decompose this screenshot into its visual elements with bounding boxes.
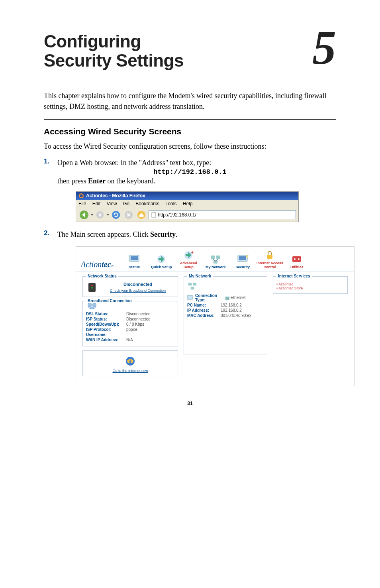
protocol-value: pppoe [126,327,137,332]
check-broadband-link[interactable]: Check your Broadband Connection [110,289,166,293]
panel-my-network-title: My Network [187,274,213,278]
svg-rect-32 [225,297,229,300]
connection-icon [187,295,193,301]
menu-help[interactable]: Help [183,201,193,206]
panel-internet-services: Internet Services • Actiontec • Actionte… [273,276,348,294]
panel-internet-services-title: Internet Services [276,274,312,278]
mac-address-label: MAC Address: [187,313,218,318]
chapter-title: Configuring Security Settings [44,32,184,71]
svg-point-1 [80,194,83,197]
svg-rect-31 [188,295,192,299]
svg-rect-28 [188,283,192,285]
speed-label: Speed(Down/Up): [86,322,124,326]
svg-rect-13 [211,256,215,259]
step-number-1: 1. [44,157,51,165]
back-button[interactable] [78,209,90,220]
svg-point-4 [112,211,120,219]
svg-rect-29 [193,283,196,285]
browser-titlebar: Actiontec - Mozilla Firefox [76,192,298,200]
page-number: 31 [44,401,336,406]
stop-button[interactable] [123,209,134,220]
dropdown-arrow[interactable]: ▾ [91,213,93,216]
mac-address-value: 00:50:fc:4d:90:e2 [221,313,251,318]
svg-point-21 [298,258,300,260]
svg-point-20 [294,258,296,260]
actiontec-logo: Actiontec® [81,260,114,269]
nav-internet-access-control[interactable]: Internet Access Control [256,250,283,269]
svg-text:e: e [129,359,131,364]
dropdown-arrow-2[interactable]: ▾ [107,213,109,216]
nav-status[interactable]: Status [121,254,148,269]
svg-rect-30 [191,287,194,289]
panel-go-internet: e Go to the Internet now [82,350,178,376]
chapter-title-line1: Configuring [44,31,141,51]
pc-name-label: PC Name: [187,303,218,307]
dsl-status-value: Disconnected [126,312,151,316]
menu-view[interactable]: View [107,201,117,206]
nav-my-network[interactable]: My Network [202,254,229,269]
section-divider [44,119,336,120]
router-ui-figure: Actiontec® Status Quick Setup + Advanced… [76,246,355,386]
modem-icon [86,281,98,293]
menu-file[interactable]: File [78,201,86,206]
intro-paragraph: This chapter explains how to configure t… [44,90,336,112]
menu-tools[interactable]: Tools [165,201,176,206]
pc-name-value: 192.168.0.2 [221,303,242,307]
step-1-continuation: then press Enter on the keyboard. [57,176,336,187]
svg-rect-14 [216,256,220,259]
username-label: Username: [86,332,124,337]
forward-button[interactable] [94,209,106,220]
page-icon [151,212,156,218]
firefox-icon [78,193,84,199]
ethernet-icon [225,297,229,300]
ip-address-value: 192.168.0.2 [221,308,242,313]
panel-my-network: My Network Connection Type: Ethernet [184,276,267,354]
router-top-nav: Actiontec® Status Quick Setup + Advanced… [76,247,354,272]
wan-ip-label: WAN IP Address: [86,338,124,342]
chapter-number: 5 [312,29,336,67]
reload-button[interactable] [110,209,121,220]
svg-rect-9 [131,256,138,260]
nav-utilities[interactable]: Utilities [283,254,310,269]
browser-title-text: Actiontec - Mozilla Firefox [86,193,145,199]
conn-type-value: Ethernet [225,295,246,300]
home-button[interactable] [136,209,147,220]
chapter-title-line2: Security Settings [44,51,184,70]
svg-text:+: + [191,250,194,255]
service-link-actiontec-store[interactable]: Actiontec Store [278,286,303,290]
speed-value: 0 / 0 Kbps [126,322,144,326]
svg-point-24 [91,287,93,289]
section-intro: To access the Wired Security configurati… [44,141,336,152]
step-number-2: 2. [44,229,51,237]
network-status-value: Disconnected [101,282,174,287]
protocol-label: ISP Protocol: [86,327,124,332]
menu-bookmarks[interactable]: Bookmarks [135,201,159,206]
service-link-actiontec[interactable]: Actiontec [278,282,293,286]
menu-go[interactable]: Go [123,201,129,206]
svg-rect-17 [239,256,246,260]
dsl-status-label: DSL Status: [86,312,124,316]
svg-rect-18 [267,255,272,259]
ip-address-label: IP Address: [187,308,218,313]
isp-status-value: Disconnected [126,317,151,321]
menu-edit[interactable]: Edit [92,201,101,206]
svg-rect-19 [292,256,301,262]
browser-menubar: File Edit View Go Bookmarks Tools Help [76,200,298,208]
address-bar[interactable]: http://192.168.0.1/ [149,210,296,219]
step-1-url: http://192.168.0.1 [44,168,336,176]
browser-window-figure: Actiontec - Mozilla Firefox File Edit Vi… [76,191,299,222]
section-heading: Accessing Wired Security Screens [44,127,336,136]
nav-security[interactable]: Security [229,254,256,269]
address-text: http://192.168.0.1/ [158,212,196,218]
browser-toolbar: ▾ ▾ http://192.168.0.1/ [76,208,298,222]
network-panel-icon [187,281,198,290]
conn-type-label: Connection Type: [195,293,223,302]
go-internet-link[interactable]: Go to the Internet now [112,369,148,373]
nav-quick-setup[interactable]: Quick Setup [148,254,175,269]
panel-broadband-title: Broadband Connection [86,299,133,303]
nav-advanced-setup[interactable]: + Advanced Setup [175,250,202,269]
panel-network-status-title: Network Status [86,274,118,278]
panel-broadband-connection: Broadband Connection DSL Status:Disconne… [82,301,178,346]
step-2-text: The Main screen appears. Click Security. [57,229,177,240]
internet-explorer-icon: e [125,356,136,367]
